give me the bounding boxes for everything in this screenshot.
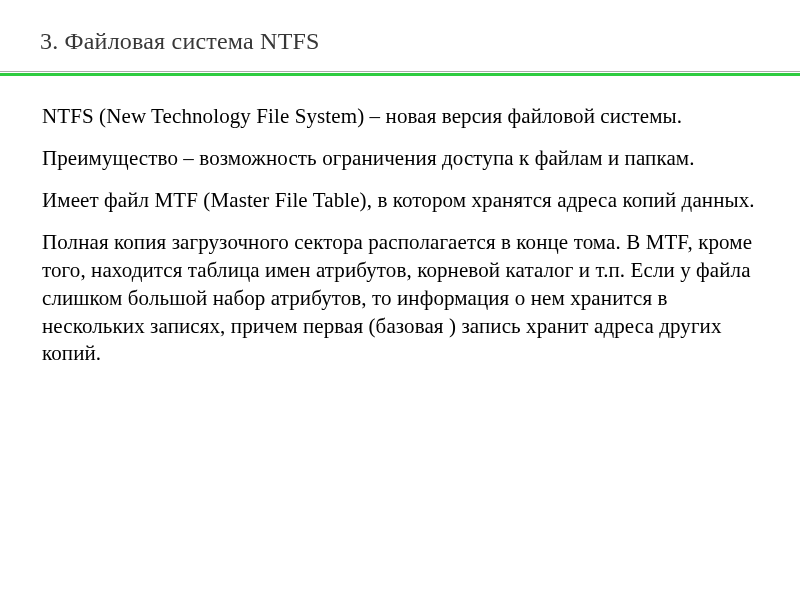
content-area: NTFS (New Technology File System) – нова…: [0, 75, 800, 402]
paragraph: Имеет файл MTF (Master File Table), в ко…: [42, 187, 758, 215]
slide-title: 3. Файловая система NTFS: [40, 28, 760, 55]
divider-line: [0, 71, 800, 75]
paragraph: NTFS (New Technology File System) – нова…: [42, 103, 758, 131]
paragraph: Полная копия загрузочного сектора распол…: [42, 229, 758, 369]
slide: 3. Файловая система NTFS NTFS (New Techn…: [0, 0, 800, 600]
paragraph: Преимущество – возможность ограничения д…: [42, 145, 758, 173]
title-area: 3. Файловая система NTFS: [0, 0, 800, 67]
